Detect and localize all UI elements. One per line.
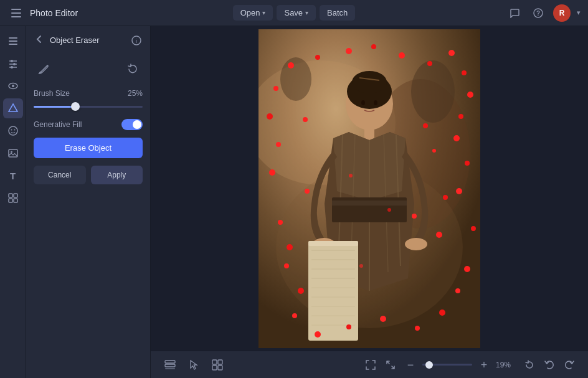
svg-point-84 xyxy=(415,326,420,331)
app-title: Photo Editor xyxy=(30,8,78,18)
svg-rect-102 xyxy=(165,364,175,367)
svg-rect-45 xyxy=(332,201,407,206)
brush-icon xyxy=(37,63,50,75)
tool-view[interactable] xyxy=(3,76,23,96)
image-icon xyxy=(7,148,19,159)
chat-button[interactable] xyxy=(506,4,523,22)
batch-button[interactable]: Batch xyxy=(320,5,355,21)
svg-rect-103 xyxy=(165,368,175,369)
svg-rect-6 xyxy=(9,40,17,42)
erase-object-button[interactable]: Erase Object xyxy=(34,138,143,158)
info-button[interactable]: i xyxy=(130,34,143,47)
cursor-icon xyxy=(189,359,199,371)
zoom-in-icon: + xyxy=(481,359,488,371)
tool-plugin[interactable] xyxy=(3,188,23,208)
svg-rect-105 xyxy=(218,360,222,364)
cancel-button[interactable]: Cancel xyxy=(34,166,86,184)
redo-icon xyxy=(564,360,574,370)
svg-point-19 xyxy=(14,130,15,131)
brush-size-label: Brush Size xyxy=(34,89,70,98)
open-button[interactable]: Open ▾ xyxy=(233,5,273,21)
help-button[interactable]: ? xyxy=(529,4,547,22)
zoom-slider-track[interactable] xyxy=(422,364,472,366)
svg-rect-101 xyxy=(165,361,175,363)
tool-face[interactable] xyxy=(3,121,23,141)
svg-point-15 xyxy=(12,85,14,87)
svg-point-81 xyxy=(315,331,321,338)
svg-point-82 xyxy=(346,324,351,329)
svg-point-73 xyxy=(276,142,281,147)
apply-button[interactable]: Apply xyxy=(91,166,143,184)
grid-icon xyxy=(212,359,223,371)
svg-rect-7 xyxy=(9,44,17,45)
avatar-chevron-icon[interactable]: ▾ xyxy=(577,9,581,17)
reset-tool-button[interactable] xyxy=(123,59,143,79)
svg-point-37 xyxy=(374,100,377,105)
left-sidebar: T xyxy=(0,26,26,378)
svg-marker-16 xyxy=(9,104,17,111)
view-layers-button[interactable] xyxy=(161,356,179,374)
svg-point-99 xyxy=(432,149,436,153)
svg-point-96 xyxy=(359,264,363,268)
save-state-button[interactable] xyxy=(521,356,538,374)
svg-rect-22 xyxy=(9,194,12,197)
svg-point-69 xyxy=(467,92,473,98)
zoom-out-button[interactable]: − xyxy=(402,357,419,373)
svg-rect-49 xyxy=(308,241,358,246)
svg-point-11 xyxy=(13,63,16,65)
undo-button[interactable] xyxy=(541,356,558,374)
svg-point-83 xyxy=(380,316,386,322)
brush-size-header: Brush Size 25% xyxy=(34,89,143,98)
svg-point-87 xyxy=(464,266,470,272)
svg-rect-2 xyxy=(11,16,21,17)
svg-point-86 xyxy=(455,288,460,293)
svg-point-90 xyxy=(287,244,293,250)
svg-point-78 xyxy=(284,263,289,268)
svg-rect-104 xyxy=(212,360,217,364)
generative-fill-toggle[interactable] xyxy=(121,119,143,130)
svg-text:?: ? xyxy=(536,10,540,17)
back-button[interactable] xyxy=(34,34,45,47)
reset-icon xyxy=(126,63,139,75)
svg-point-67 xyxy=(448,50,455,56)
info-icon: i xyxy=(131,35,141,45)
save-button[interactable]: Save ▾ xyxy=(277,5,316,21)
svg-point-72 xyxy=(267,113,273,120)
view-layers-icon xyxy=(164,360,176,370)
header-left: Photo Editor xyxy=(7,4,233,22)
brush-tool-button[interactable] xyxy=(34,59,54,79)
menu-button[interactable] xyxy=(7,4,25,22)
tool-image[interactable] xyxy=(3,143,23,163)
cursor-button[interactable] xyxy=(184,356,203,374)
bottom-right-buttons xyxy=(521,356,578,374)
fit-button[interactable] xyxy=(363,357,379,373)
zoom-in-button[interactable]: + xyxy=(476,357,492,373)
svg-point-66 xyxy=(427,61,432,66)
svg-point-63 xyxy=(346,48,352,54)
tool-adjustments[interactable] xyxy=(3,54,23,73)
expand-button[interactable] xyxy=(382,357,399,373)
grid-button[interactable] xyxy=(208,356,227,374)
toggle-thumb xyxy=(133,120,141,129)
svg-point-80 xyxy=(292,313,297,318)
tool-text[interactable]: T xyxy=(3,166,23,186)
text-icon: T xyxy=(10,171,16,181)
svg-point-21 xyxy=(11,151,12,153)
tool-shapes[interactable] xyxy=(3,98,23,118)
generative-fill-row: Generative Fill xyxy=(34,119,143,130)
svg-point-60 xyxy=(280,57,311,101)
svg-point-85 xyxy=(439,309,445,316)
svg-point-17 xyxy=(9,126,17,135)
tool-layers[interactable] xyxy=(3,31,23,51)
zoom-slider-thumb[interactable] xyxy=(425,361,433,369)
svg-text:i: i xyxy=(136,38,137,44)
header-center: Open ▾ Save ▾ Batch xyxy=(233,5,356,21)
header: Photo Editor Open ▾ Save ▾ Batch ? R xyxy=(0,0,588,26)
svg-point-9 xyxy=(11,60,13,62)
avatar[interactable]: R xyxy=(553,4,571,22)
undo-icon xyxy=(544,360,554,370)
canvas-content[interactable] xyxy=(151,26,588,351)
panel-actions: Cancel Apply xyxy=(34,166,143,184)
svg-point-92 xyxy=(436,232,442,238)
redo-button[interactable] xyxy=(561,356,578,374)
